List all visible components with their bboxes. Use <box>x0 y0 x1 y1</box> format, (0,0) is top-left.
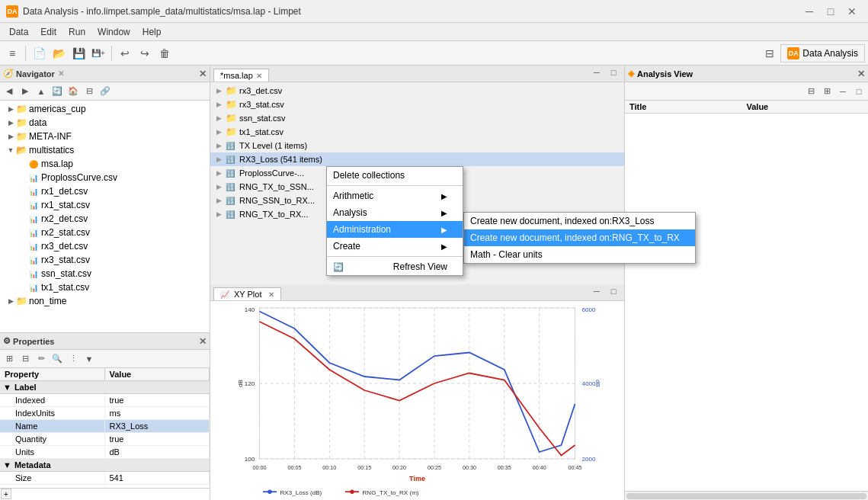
context-menu: Delete collections Arithmetic ▶ Analysis… <box>326 166 463 276</box>
properties-close[interactable]: ✕ <box>199 336 207 347</box>
props-btn-4[interactable]: 🔍 <box>50 351 65 367</box>
plot-min[interactable]: ─ <box>589 284 604 299</box>
props-btn-collapse[interactable]: ⋮ <box>66 351 81 367</box>
props-section-metadata[interactable]: ▼ Metadata <box>0 459 210 472</box>
tab-msa-lap[interactable]: *msa.lap ✕ <box>213 69 269 82</box>
tb-btn-save[interactable]: 💾 <box>69 44 88 62</box>
csv-icon: 📊 <box>27 254 40 266</box>
svg-text:6000: 6000 <box>582 306 596 313</box>
ctx-create[interactable]: Create ▶ <box>327 238 463 255</box>
tb-btn-delete[interactable]: 🗑 <box>155 44 174 62</box>
administration-arrow-icon: ▶ <box>441 226 447 234</box>
file-rx3-loss[interactable]: ▶ 🔢 RX3_Loss (541 items) <box>210 152 624 166</box>
tree-item-meta-inf[interactable]: ▶ 📁 META-INF <box>0 130 210 143</box>
props-row-size: Size 541 <box>0 472 210 485</box>
navigator-toolbar: ◀ ▶ ▲ 🔄 🏠 ⊟ 🔗 <box>0 82 210 101</box>
minimize-button[interactable]: ─ <box>799 4 819 19</box>
analysis-view-close[interactable]: ✕ <box>857 69 865 79</box>
tab-msa-lap-close[interactable]: ✕ <box>256 72 262 80</box>
tab-xy-plot[interactable]: 📈 XY Plot ✕ <box>213 287 281 300</box>
nav-back[interactable]: ◀ <box>2 84 17 99</box>
ctx-administration-label: Administration <box>333 224 391 235</box>
svg-text:dB: dB <box>594 380 601 387</box>
analysis-toolbar: ⊟ ⊞ ─ □ <box>625 82 868 101</box>
tab-max[interactable]: □ <box>606 65 621 80</box>
tree-item-ssn-stat[interactable]: 📊 ssn_stat.csv <box>0 267 210 280</box>
close-button[interactable]: ✕ <box>842 4 862 19</box>
nav-collapse[interactable]: ⊟ <box>82 84 97 99</box>
ctx-refresh-view[interactable]: 🔄 Refresh View <box>327 258 463 275</box>
plot-max[interactable]: □ <box>606 284 621 299</box>
props-quantity-value: true <box>105 433 210 445</box>
tb-btn-redo[interactable]: ↪ <box>136 44 154 62</box>
ctx-administration[interactable]: Administration ▶ <box>327 221 463 238</box>
center-panel: *msa.lap ✕ ─ □ ▶ 📁 rx3_det.csv <box>210 66 624 500</box>
tab-xy-plot-close[interactable]: ✕ <box>268 290 274 299</box>
file-tx-level[interactable]: ▶ 🔢 TX Level (1 items) <box>210 139 624 152</box>
props-btn-3[interactable]: ✏ <box>34 351 49 367</box>
ctx-delete-collections[interactable]: Delete collections <box>327 167 463 184</box>
analysis-btn-3[interactable]: ─ <box>835 84 850 99</box>
nav-up[interactable]: ▲ <box>34 84 49 99</box>
tree-item-proploss[interactable]: 📊 ProplossCurve.csv <box>0 171 210 184</box>
tree-item-non-time[interactable]: ▶ 📁 non_time <box>0 294 210 308</box>
tree-item-data[interactable]: ▶ 📁 data <box>0 116 210 130</box>
tb-btn-saveas[interactable]: 💾+ <box>89 44 107 62</box>
menu-edit[interactable]: Edit <box>34 25 62 39</box>
menu-run[interactable]: Run <box>62 25 91 39</box>
analysis-scrollbar <box>625 491 868 500</box>
nav-refresh[interactable]: 🔄 <box>50 84 65 99</box>
tree-item-multistatics[interactable]: ▼ 📂 multistatics <box>0 143 210 157</box>
menu-data[interactable]: Data <box>3 25 34 39</box>
props-section-label[interactable]: ▼ Label <box>0 381 210 394</box>
nav-forward[interactable]: ▶ <box>18 84 33 99</box>
maximize-button[interactable]: □ <box>821 4 841 19</box>
tree-item-rx3-stat[interactable]: 📊 rx3_stat.csv <box>0 253 210 267</box>
tb-btn-layout[interactable]: ⊟ <box>762 44 777 62</box>
csv-icon: 📊 <box>27 171 40 184</box>
submenu-create-rng-tx[interactable]: Create new document, indexed on:RNG_TX_t… <box>464 229 695 246</box>
tree-item-americas-cup[interactable]: ▶ 📁 americas_cup <box>0 102 210 116</box>
analysis-btn-2[interactable]: ⊞ <box>819 84 834 99</box>
tree-item-msa-lap[interactable]: 🟠 msa.lap <box>0 157 210 171</box>
navigator-close[interactable]: ✕ <box>199 69 207 79</box>
tree-item-tx1-stat[interactable]: 📊 tx1_stat.csv <box>0 280 210 294</box>
window-title: Data Analysis - info.limpet.sample_data/… <box>23 6 799 17</box>
tree-item-rx2-stat[interactable]: 📊 rx2_stat.csv <box>0 226 210 239</box>
nav-link[interactable]: 🔗 <box>98 84 113 99</box>
h-scrollbar-track[interactable] <box>626 493 866 499</box>
menu-window[interactable]: Window <box>91 25 136 39</box>
tab-min[interactable]: ─ <box>589 65 604 80</box>
props-row-name[interactable]: Name RX3_Loss <box>0 420 210 433</box>
analysis-btn-1[interactable]: ⊟ <box>803 84 818 99</box>
file-tx1-stat[interactable]: ▶ 📁 tx1_stat.csv <box>210 125 624 139</box>
analysis-btn-4[interactable]: □ <box>851 84 866 99</box>
props-btn-filter[interactable]: ▼ <box>82 351 97 367</box>
file-rx3-stat[interactable]: ▶ 📁 rx3_stat.csv <box>210 98 624 111</box>
tb-btn-new[interactable]: 📄 <box>30 44 48 62</box>
props-btn-1[interactable]: ⊞ <box>2 351 17 367</box>
submenu-create-rx3[interactable]: Create new document, indexed on:RX3_Loss <box>464 213 695 229</box>
tb-btn-open[interactable]: 📂 <box>50 44 68 62</box>
tb-btn-1[interactable]: ≡ <box>3 44 21 62</box>
tab-msa-lap-label: *msa.lap <box>220 71 253 80</box>
navigator-panel: 🧭 Navigator ✕ ✕ ◀ ▶ ▲ 🔄 🏠 ⊟ 🔗 ▶ 📁 amer <box>0 66 210 332</box>
submenu-math-clear[interactable]: Math - Clear units <box>464 246 695 263</box>
tree-item-rx2-det[interactable]: 📊 rx2_det.csv <box>0 212 210 226</box>
nav-home[interactable]: 🏠 <box>66 84 81 99</box>
tree-item-rx3-det[interactable]: 📊 rx3_det.csv <box>0 239 210 253</box>
ctx-analysis[interactable]: Analysis ▶ <box>327 204 463 221</box>
props-btn-2[interactable]: ⊟ <box>18 351 33 367</box>
csv-icon: 📊 <box>27 240 40 252</box>
data-analysis-button[interactable]: DA Data Analysis <box>780 44 865 62</box>
folder-icon: 📁 <box>15 117 27 129</box>
tb-btn-undo[interactable]: ↩ <box>116 44 134 62</box>
title-bar: DA Data Analysis - info.limpet.sample_da… <box>0 0 868 23</box>
ctx-arithmetic[interactable]: Arithmetic ▶ <box>327 188 463 204</box>
file-ssn-stat[interactable]: ▶ 📁 ssn_stat.csv <box>210 111 624 125</box>
tree-item-rx1-stat[interactable]: 📊 rx1_stat.csv <box>0 198 210 212</box>
menu-help[interactable]: Help <box>136 25 168 39</box>
tree-item-rx1-det[interactable]: 📊 rx1_det.csv <box>0 184 210 198</box>
file-rx3-det[interactable]: ▶ 📁 rx3_det.csv <box>210 84 624 98</box>
add-property-button[interactable]: + <box>1 489 11 499</box>
